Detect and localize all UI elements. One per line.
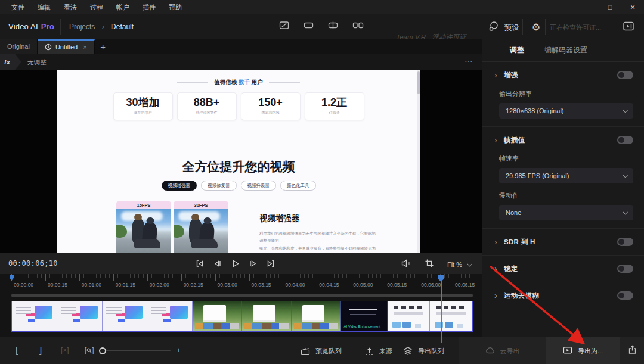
- timeline-zoom-slider[interactable]: [100, 350, 171, 351]
- frame-rate-select[interactable]: 29.985 FPS (Original): [499, 168, 633, 183]
- dual-view-icon[interactable]: [352, 21, 364, 30]
- preview-queue-button[interactable]: 预览队列: [301, 337, 342, 364]
- panel-toggle-button[interactable]: [623, 21, 634, 34]
- ruler-label: 00:02:00: [150, 282, 169, 288]
- tab-close-icon[interactable]: ×: [83, 43, 86, 51]
- frame-interpolation-toggle[interactable]: [617, 136, 633, 144]
- zoom-fit-select[interactable]: Fit %: [447, 261, 471, 268]
- previous-frame-button[interactable]: [212, 259, 222, 271]
- section-stabilize-header[interactable]: › 稳定: [494, 256, 633, 282]
- ruler-tick: [427, 274, 428, 278]
- feature-pill[interactable]: 视频增强器: [162, 181, 197, 191]
- motion-deblur-toggle[interactable]: [617, 291, 633, 300]
- stat-caption: 订阅者: [329, 110, 340, 116]
- menu-item[interactable]: 过程: [83, 0, 110, 14]
- menu-item[interactable]: 帐户: [110, 0, 136, 14]
- skip-end-button[interactable]: [266, 259, 276, 271]
- stabilize-toggle[interactable]: [617, 265, 633, 273]
- settings-button[interactable]: ⚙: [530, 20, 543, 33]
- sdr-to-hdr-toggle[interactable]: [617, 238, 633, 246]
- timeline-thumbnail[interactable]: [292, 301, 341, 331]
- stat-caption: 满意的用户: [134, 110, 152, 116]
- split-view-icon[interactable]: [328, 21, 338, 30]
- preset-button[interactable]: 预设: [488, 20, 519, 35]
- zoom-slider-handle[interactable]: [99, 347, 106, 354]
- output-resolution-select[interactable]: 1280×638 (Original): [499, 103, 633, 119]
- feature-pill[interactable]: 视频修复器: [201, 181, 237, 191]
- mute-button[interactable]: [401, 259, 411, 270]
- ruler-tick: [253, 274, 254, 278]
- slow-motion-select[interactable]: None: [499, 205, 633, 220]
- ruler-tick: [283, 274, 283, 281]
- tab-original[interactable]: Original: [0, 39, 38, 54]
- section-sdr-to-hdr-header[interactable]: › SDR 到 H: [494, 229, 633, 255]
- ruler-tick: [431, 274, 432, 278]
- timeline-ruler[interactable]: 00:00:0000:00:1500:01:0000:01:1500:02:00…: [0, 274, 475, 291]
- ruler-tick: [96, 274, 97, 278]
- minimize-button[interactable]: —: [576, 0, 599, 14]
- feature-pill[interactable]: 视频升级器: [241, 181, 277, 191]
- ruler-tick: [372, 274, 373, 278]
- ruler-tick: [278, 274, 279, 278]
- timeline-thumbnail[interactable]: [430, 301, 472, 331]
- menu-item[interactable]: 看法: [57, 0, 83, 14]
- timeline-thumbnail[interactable]: [57, 301, 103, 331]
- source-button[interactable]: 来源: [365, 337, 392, 364]
- timeline-thumbnail[interactable]: [242, 301, 292, 331]
- breadcrumb[interactable]: Projects › Default: [69, 23, 134, 31]
- ruler-tick: [134, 274, 135, 278]
- menu-item[interactable]: 编辑: [31, 0, 57, 14]
- section-enhance-header[interactable]: › 增强: [494, 62, 633, 88]
- timeline-thumbnail[interactable]: [193, 301, 242, 331]
- menu-item[interactable]: 插件: [136, 0, 162, 14]
- skip-start-button[interactable]: [194, 259, 205, 271]
- export-queue-button[interactable]: 导出队列: [403, 337, 444, 364]
- timeline-thumbnail[interactable]: [147, 301, 193, 331]
- maximize-button[interactable]: □: [599, 0, 621, 14]
- ruler-tick: [130, 274, 131, 278]
- clear-trim-button[interactable]: [×]: [61, 346, 69, 354]
- next-frame-button[interactable]: [248, 259, 258, 271]
- timeline-thumbnail[interactable]: [103, 301, 148, 331]
- timeline-thumbnail[interactable]: [12, 301, 57, 331]
- ruler-tick: [168, 274, 169, 278]
- zoom-to-fit-button[interactable]: []: [85, 346, 94, 354]
- single-view-icon[interactable]: [304, 21, 314, 30]
- add-tab-button[interactable]: +: [95, 39, 112, 54]
- more-options-button[interactable]: ⋯: [465, 56, 473, 66]
- share-button[interactable]: [620, 337, 644, 364]
- tab-codec-settings[interactable]: 编解码器设置: [544, 45, 587, 55]
- ruler-tick: [37, 274, 38, 278]
- section-frame-interpolation-header[interactable]: › 帧插值: [494, 127, 633, 153]
- menu-item[interactable]: 帮助: [162, 0, 188, 14]
- menu-item[interactable]: 文件: [5, 0, 31, 14]
- export-as-button[interactable]: 导出为...: [546, 337, 620, 364]
- crop-button[interactable]: [425, 259, 434, 270]
- ruler-tick: [33, 274, 33, 278]
- ruler-tick: [364, 274, 364, 278]
- close-button[interactable]: ×: [621, 0, 644, 14]
- section-motion-deblur-header[interactable]: › 运动去模糊: [494, 282, 633, 309]
- play-button[interactable]: [230, 259, 240, 271]
- cloud-export-button[interactable]: 云导出: [459, 337, 546, 364]
- breadcrumb-root[interactable]: Projects: [69, 23, 95, 31]
- enhance-toggle[interactable]: [617, 71, 633, 79]
- preview-canvas: 值得信赖 数千 用户 30增加满意的用户88B+处理过的文件150+国家和区域1…: [0, 70, 482, 253]
- tab-adjust[interactable]: 调整: [510, 45, 524, 55]
- feature-pill[interactable]: 颜色化工具: [280, 181, 316, 191]
- ruler-label: 00:01:15: [116, 282, 135, 288]
- set-in-point-button[interactable]: [: [16, 345, 18, 355]
- expand-view-icon[interactable]: [279, 21, 289, 30]
- ruler-tick: [457, 274, 457, 278]
- timeline-thumbnail[interactable]: AI Video Enhancement: [341, 301, 388, 331]
- tab-untitled[interactable]: Untitled ×: [38, 39, 95, 54]
- page-scrollbar[interactable]: [417, 70, 420, 253]
- ruler-tick: [49, 274, 50, 278]
- zoom-in-button[interactable]: +: [177, 346, 181, 354]
- comparison-before: 15FPS: [116, 201, 171, 253]
- section-frame-interpolation: › 帧插值 帧速率 29.985 FPS (Original) 慢动作 None: [482, 127, 644, 229]
- breadcrumb-current[interactable]: Default: [111, 23, 134, 31]
- timeline-scrollbar[interactable]: [11, 294, 473, 297]
- timeline-thumbnail[interactable]: [388, 301, 430, 331]
- set-out-point-button[interactable]: ]: [39, 345, 42, 355]
